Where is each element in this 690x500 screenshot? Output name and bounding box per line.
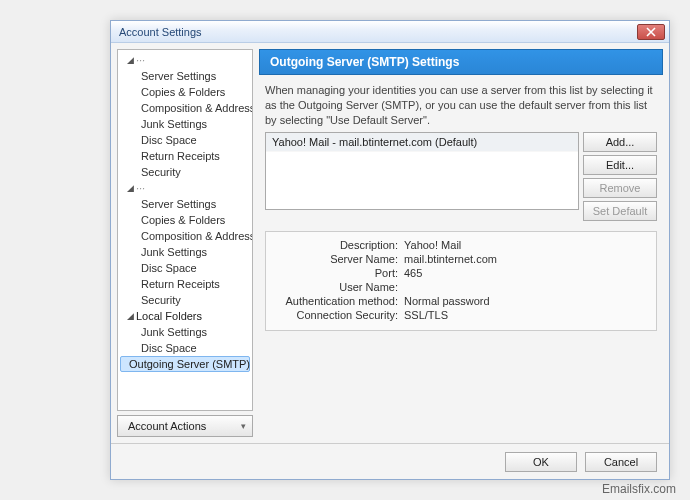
tree-item-return-receipts-2[interactable]: Return Receipts	[120, 276, 250, 292]
account-header-2[interactable]: ◢···	[120, 180, 250, 196]
panel-header: Outgoing Server (SMTP) Settings	[259, 49, 663, 75]
tree-item-composition[interactable]: Composition & Addressing	[120, 100, 250, 116]
remove-button[interactable]: Remove	[583, 178, 657, 198]
label-server-name: Server Name:	[274, 253, 404, 265]
value-auth-method: Normal password	[404, 295, 648, 307]
tree-item-copies-folders[interactable]: Copies & Folders	[120, 84, 250, 100]
add-button[interactable]: Add...	[583, 132, 657, 152]
edit-button[interactable]: Edit...	[583, 155, 657, 175]
tree-item-security[interactable]: Security	[120, 164, 250, 180]
value-server-name: mail.btinternet.com	[404, 253, 648, 265]
value-port: 465	[404, 267, 648, 279]
tree-item-local-folders[interactable]: ◢Local Folders	[120, 308, 250, 324]
tree-item-disc-space[interactable]: Disc Space	[120, 132, 250, 148]
label-port: Port:	[274, 267, 404, 279]
value-description: Yahoo! Mail	[404, 239, 648, 251]
account-header-1[interactable]: ◢···	[120, 52, 250, 68]
value-user-name	[404, 281, 648, 293]
dialog-footer: OK Cancel	[111, 443, 669, 479]
account-settings-dialog: Account Settings ◢··· Server Settings Co…	[110, 20, 670, 480]
server-details: Description:Yahoo! Mail Server Name:mail…	[265, 231, 657, 331]
window-title: Account Settings	[119, 26, 637, 38]
ok-button[interactable]: OK	[505, 452, 577, 472]
tree-item-server-settings-2[interactable]: Server Settings	[120, 196, 250, 212]
dropdown-arrow-icon: ▾	[241, 421, 246, 431]
tree-item-return-receipts[interactable]: Return Receipts	[120, 148, 250, 164]
titlebar: Account Settings	[111, 21, 669, 43]
smtp-server-row[interactable]: Yahoo! Mail - mail.btinternet.com (Defau…	[266, 133, 578, 152]
tree-item-outgoing-server[interactable]: Outgoing Server (SMTP)	[120, 356, 250, 372]
label-description: Description:	[274, 239, 404, 251]
tree-item-disc-space-2[interactable]: Disc Space	[120, 260, 250, 276]
panel-intro: When managing your identities you can us…	[259, 75, 663, 132]
tree-item-local-junk[interactable]: Junk Settings	[120, 324, 250, 340]
label-conn-security: Connection Security:	[274, 309, 404, 321]
value-conn-security: SSL/TLS	[404, 309, 648, 321]
tree-item-server-settings[interactable]: Server Settings	[120, 68, 250, 84]
cancel-button[interactable]: Cancel	[585, 452, 657, 472]
tree-item-junk[interactable]: Junk Settings	[120, 116, 250, 132]
close-button[interactable]	[637, 24, 665, 40]
tree-item-composition-2[interactable]: Composition & Addressing	[120, 228, 250, 244]
account-tree[interactable]: ◢··· Server Settings Copies & Folders Co…	[117, 49, 253, 411]
label-auth-method: Authentication method:	[274, 295, 404, 307]
label-user-name: User Name:	[274, 281, 404, 293]
main-panel: Outgoing Server (SMTP) Settings When man…	[259, 49, 663, 437]
tree-item-junk-2[interactable]: Junk Settings	[120, 244, 250, 260]
tree-item-security-2[interactable]: Security	[120, 292, 250, 308]
set-default-button[interactable]: Set Default	[583, 201, 657, 221]
account-actions-label: Account Actions	[128, 420, 206, 432]
side-panel: ◢··· Server Settings Copies & Folders Co…	[117, 49, 253, 437]
watermark: Emailsfix.com	[602, 482, 676, 496]
tree-item-copies-folders-2[interactable]: Copies & Folders	[120, 212, 250, 228]
account-actions-button[interactable]: Account Actions ▾	[117, 415, 253, 437]
tree-item-local-disc-space[interactable]: Disc Space	[120, 340, 250, 356]
smtp-server-list[interactable]: Yahoo! Mail - mail.btinternet.com (Defau…	[265, 132, 579, 210]
close-icon	[646, 27, 656, 37]
